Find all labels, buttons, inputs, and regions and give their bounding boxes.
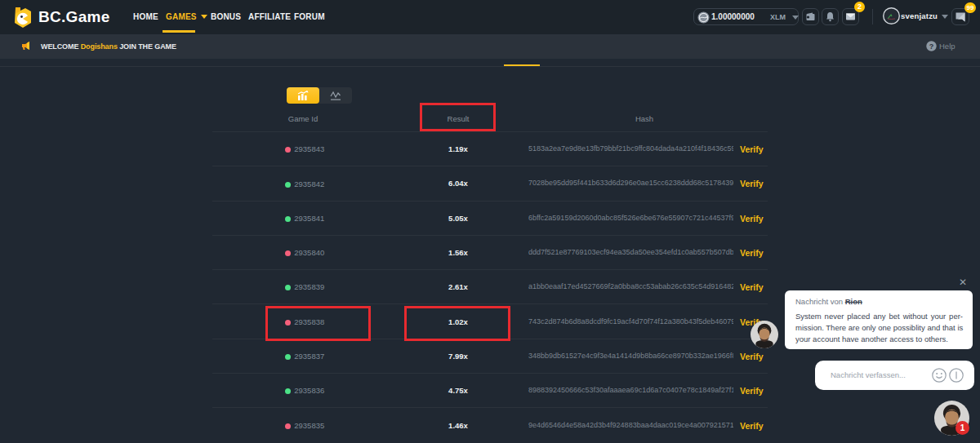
- svg-text:?: ?: [929, 42, 934, 51]
